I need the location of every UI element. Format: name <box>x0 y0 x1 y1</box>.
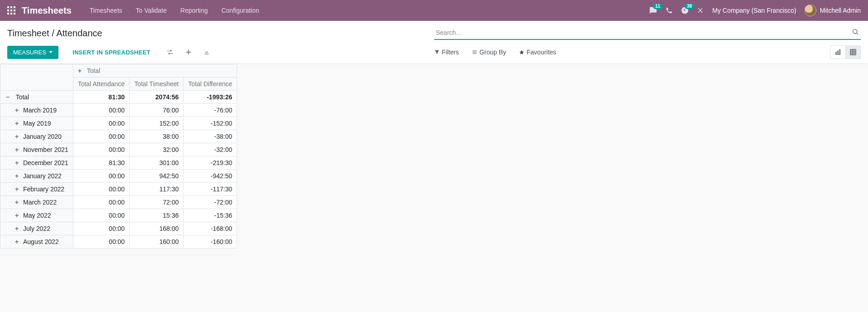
row-header[interactable]: +December 2021 <box>0 156 73 170</box>
cell: 00:00 <box>73 209 130 222</box>
search-options: Filters Group By Favourites <box>434 49 557 56</box>
svg-rect-6 <box>7 13 9 15</box>
row-header[interactable]: +March 2019 <box>0 104 73 117</box>
svg-rect-5 <box>14 10 15 11</box>
row-header[interactable]: +January 2020 <box>0 130 73 143</box>
plus-icon[interactable]: + <box>14 199 19 206</box>
plus-icon[interactable]: + <box>14 146 19 153</box>
search-icon[interactable] <box>852 28 859 35</box>
svg-rect-0 <box>7 6 9 8</box>
row-label: March 2022 <box>23 199 57 206</box>
favourites-button[interactable]: Favourites <box>519 49 556 56</box>
table-row: +February 202200:00117:30-117:30 <box>0 183 237 196</box>
row-header[interactable]: +August 2022 <box>0 235 73 249</box>
row-header[interactable]: +May 2019 <box>0 117 73 130</box>
pivot-table: + Total Total Attendance Total Timesheet… <box>0 64 237 249</box>
main-menu: Timesheets To Validate Reporting Configu… <box>84 4 265 17</box>
activities-badge: 38 <box>684 3 694 9</box>
plus-icon[interactable]: + <box>14 159 19 166</box>
menu-to-validate[interactable]: To Validate <box>131 4 172 17</box>
cell: -942:50 <box>184 170 237 183</box>
col-group-total[interactable]: + Total <box>73 64 237 78</box>
pivot-view-button[interactable] <box>845 45 861 59</box>
table-row: +January 202200:00942:50-942:50 <box>0 170 237 183</box>
row-header[interactable]: +May 2022 <box>0 209 73 222</box>
search-input[interactable] <box>434 26 861 40</box>
row-label: July 2022 <box>23 225 50 232</box>
graph-view-button[interactable] <box>830 45 845 59</box>
svg-rect-17 <box>837 51 838 54</box>
breadcrumb: Timesheet / Attendance <box>7 28 434 39</box>
favourites-label: Favourites <box>527 49 556 56</box>
cell: -160:00 <box>184 235 237 249</box>
measure-difference[interactable]: Total Difference <box>184 78 237 91</box>
table-row: +August 202200:00160:00-160:00 <box>0 235 237 249</box>
row-header[interactable]: +July 2022 <box>0 222 73 235</box>
cell: 160:00 <box>130 235 184 249</box>
plus-icon[interactable]: + <box>14 185 19 193</box>
group-by-button[interactable]: Group By <box>472 49 506 56</box>
cell: 00:00 <box>73 104 130 117</box>
cell: 2074:56 <box>130 91 184 104</box>
filters-button[interactable]: Filters <box>434 49 459 56</box>
group-by-label: Group By <box>480 49 506 56</box>
cell: -38:00 <box>184 130 237 143</box>
cell: 00:00 <box>73 183 130 196</box>
table-row: +May 202200:0015:36-15:36 <box>0 209 237 222</box>
row-header[interactable]: +February 2022 <box>0 183 73 196</box>
insert-spreadsheet-button[interactable]: INSERT IN SPREADSHEET <box>67 46 156 59</box>
cell: -15:36 <box>184 209 237 222</box>
cell: 00:00 <box>73 117 130 130</box>
svg-rect-3 <box>7 10 9 11</box>
table-row-total: − Total 81:30 2074:56 -1993:26 <box>0 91 237 104</box>
minus-icon[interactable]: − <box>5 93 10 101</box>
messages-icon[interactable]: 11 <box>649 6 657 15</box>
row-label: November 2021 <box>23 146 68 153</box>
plus-icon[interactable]: + <box>14 238 19 245</box>
measures-button[interactable]: MEASURES <box>7 46 58 59</box>
svg-rect-19 <box>850 49 856 55</box>
measures-label: MEASURES <box>13 49 46 56</box>
download-icon[interactable] <box>202 47 212 57</box>
plus-icon[interactable]: + <box>14 120 19 127</box>
close-icon[interactable] <box>697 7 704 14</box>
menu-reporting[interactable]: Reporting <box>175 4 213 17</box>
row-label: December 2021 <box>23 159 68 166</box>
svg-rect-1 <box>10 6 12 8</box>
plus-icon[interactable]: + <box>14 225 19 232</box>
measure-timesheet[interactable]: Total Timesheet <box>130 78 184 91</box>
row-header[interactable]: +March 2022 <box>0 196 73 209</box>
apps-icon[interactable] <box>7 6 15 15</box>
svg-rect-4 <box>10 10 12 11</box>
flip-axis-icon[interactable] <box>165 47 175 58</box>
cell: 81:30 <box>73 156 130 170</box>
svg-rect-18 <box>839 50 840 55</box>
plus-icon[interactable]: + <box>14 133 19 140</box>
cell: -168:00 <box>184 222 237 235</box>
phone-icon[interactable] <box>665 7 673 14</box>
row-header[interactable]: +November 2021 <box>0 143 73 156</box>
plus-icon[interactable]: + <box>14 212 19 219</box>
activities-icon[interactable]: 38 <box>681 6 689 15</box>
user-menu[interactable]: Mitchell Admin <box>805 5 861 16</box>
plus-icon[interactable]: + <box>78 67 83 74</box>
user-name-label: Mitchell Admin <box>820 7 861 14</box>
company-selector[interactable]: My Company (San Francisco) <box>713 7 796 14</box>
cell: 00:00 <box>73 143 130 156</box>
plus-icon[interactable]: + <box>14 107 19 114</box>
pivot-table-wrap: + Total Total Attendance Total Timesheet… <box>0 64 868 249</box>
expand-all-icon[interactable] <box>184 47 194 57</box>
app-brand[interactable]: Timesheets <box>22 5 72 16</box>
measure-attendance[interactable]: Total Attendance <box>73 78 130 91</box>
plus-icon[interactable]: + <box>14 172 19 180</box>
menu-configuration[interactable]: Configuration <box>216 4 264 17</box>
row-header-total[interactable]: − Total <box>0 91 73 104</box>
control-panel: Timesheet / Attendance MEASURES INSERT I… <box>0 21 868 64</box>
cell: -117:30 <box>184 183 237 196</box>
table-row: +July 202200:00168:00-168:00 <box>0 222 237 235</box>
table-row: +December 202181:30301:00-219:30 <box>0 156 237 170</box>
row-header[interactable]: +January 2022 <box>0 170 73 183</box>
cell: -219:30 <box>184 156 237 170</box>
col-group-label: Total <box>87 67 101 74</box>
menu-timesheets[interactable]: Timesheets <box>84 4 128 17</box>
